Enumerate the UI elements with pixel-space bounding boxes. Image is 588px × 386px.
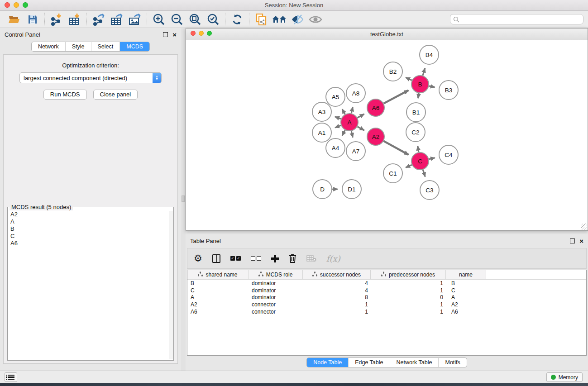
graph-node-A2[interactable]: A2 bbox=[367, 128, 384, 145]
eye-icon[interactable] bbox=[306, 12, 325, 27]
minimize-window-button[interactable] bbox=[14, 2, 19, 8]
graph-node-A4[interactable]: A4 bbox=[326, 138, 345, 157]
table-cell[interactable]: 1 bbox=[303, 301, 371, 308]
zoom-fit-icon[interactable] bbox=[186, 12, 204, 27]
column-header-name[interactable]: name bbox=[446, 270, 486, 279]
mcds-result-item[interactable]: A bbox=[10, 218, 169, 225]
table-cell[interactable]: connector bbox=[249, 309, 303, 315]
graph-edge-A-A1[interactable] bbox=[335, 125, 341, 128]
graph-edge-A-A2[interactable] bbox=[358, 127, 364, 130]
task-history-button[interactable] bbox=[5, 372, 17, 382]
resize-grip[interactable] bbox=[581, 224, 587, 230]
table-cell[interactable]: A2 bbox=[187, 301, 249, 308]
mcds-result-item[interactable]: B bbox=[10, 225, 169, 233]
graph-node-B2[interactable]: B2 bbox=[383, 62, 402, 81]
close-window-button[interactable] bbox=[5, 2, 10, 8]
table-cell[interactable]: A bbox=[187, 294, 249, 300]
divider-grip[interactable] bbox=[182, 195, 185, 202]
export-network-icon[interactable] bbox=[90, 12, 108, 27]
graph-node-D1[interactable]: D1 bbox=[342, 180, 361, 199]
table-cell[interactable]: A6 bbox=[187, 309, 249, 315]
graph-edge-B-B2[interactable] bbox=[406, 77, 412, 80]
table-row[interactable]: Adominator80A bbox=[187, 294, 586, 301]
zoom-out-icon[interactable] bbox=[168, 12, 186, 27]
graph-node-B3[interactable]: B3 bbox=[439, 81, 458, 100]
open-folder-icon[interactable] bbox=[5, 12, 24, 27]
close-panel-icon[interactable]: × bbox=[172, 32, 177, 37]
mcds-result-item[interactable]: A2 bbox=[10, 211, 169, 218]
graph-edge-C-C2[interactable] bbox=[418, 146, 419, 152]
graph-edge-B-B3[interactable] bbox=[429, 86, 435, 87]
trash-icon[interactable] bbox=[289, 252, 296, 265]
table-cell[interactable]: 1 bbox=[371, 287, 446, 294]
search-input[interactable] bbox=[461, 16, 583, 23]
eye-slash-icon[interactable] bbox=[288, 12, 306, 27]
graph-edge-A-A7[interactable] bbox=[351, 131, 353, 138]
graph-node-C3[interactable]: C3 bbox=[420, 181, 439, 200]
save-floppy-icon[interactable] bbox=[24, 12, 42, 27]
unchecked-boxes-icon[interactable] bbox=[251, 252, 261, 265]
column-header-successor-nodes[interactable]: successor nodes bbox=[303, 270, 371, 279]
graph-node-B4[interactable]: B4 bbox=[420, 45, 439, 64]
table-tab-motifs[interactable]: Motifs bbox=[438, 358, 466, 367]
table-row[interactable]: A6connector11A6 bbox=[187, 308, 586, 315]
graph-node-A3[interactable]: A3 bbox=[312, 102, 331, 121]
graph-edge-A2-C[interactable] bbox=[384, 141, 409, 155]
export-table-icon[interactable] bbox=[108, 12, 126, 27]
table-cell[interactable]: dominator bbox=[249, 287, 303, 294]
table-cell[interactable]: 1 bbox=[303, 309, 371, 315]
checked-boxes-icon[interactable]: ✓✓ bbox=[230, 252, 241, 265]
table-row[interactable]: Bdominator41B bbox=[187, 280, 586, 287]
search-field[interactable] bbox=[450, 14, 583, 24]
table-cell[interactable]: 4 bbox=[303, 287, 371, 294]
mcds-result-item[interactable]: A6 bbox=[10, 240, 169, 247]
import-table-icon[interactable] bbox=[66, 12, 84, 27]
table-cell[interactable]: B bbox=[446, 280, 486, 286]
refresh-icon[interactable] bbox=[228, 12, 246, 27]
graph-node-C1[interactable]: C1 bbox=[383, 164, 402, 183]
graph-edge-A-A8[interactable] bbox=[351, 107, 353, 113]
table-cell[interactable]: 1 bbox=[371, 301, 446, 308]
criterion-dropdown[interactable]: largest connected component (directed) ▲… bbox=[19, 72, 162, 83]
table-cell[interactable]: C bbox=[187, 287, 249, 294]
tab-select[interactable]: Select bbox=[91, 42, 120, 51]
table-cell[interactable]: 0 bbox=[371, 294, 446, 300]
graph-node-C4[interactable]: C4 bbox=[439, 145, 458, 164]
table-cell[interactable]: B bbox=[187, 280, 249, 286]
graph-edge-A-A3[interactable] bbox=[335, 117, 341, 119]
table-row[interactable]: Cdominator41C bbox=[187, 287, 586, 294]
import-network-icon[interactable] bbox=[48, 12, 66, 27]
table-float-icon[interactable] bbox=[570, 238, 575, 243]
graph-edge-A-A5[interactable] bbox=[342, 109, 345, 114]
graph-node-A[interactable]: A bbox=[341, 114, 358, 131]
table-cell[interactable]: A bbox=[446, 294, 486, 300]
table-cell[interactable]: dominator bbox=[249, 280, 303, 286]
zoom-in-icon[interactable] bbox=[150, 12, 168, 27]
zoom-window-button[interactable] bbox=[23, 2, 28, 8]
close-panel-button[interactable]: Close panel bbox=[93, 90, 138, 100]
table-cell[interactable]: connector bbox=[249, 301, 303, 308]
table-cell[interactable]: 8 bbox=[303, 294, 371, 300]
columns-icon[interactable] bbox=[212, 252, 220, 265]
documents-share-icon[interactable] bbox=[252, 12, 270, 27]
tab-mcds[interactable]: MCDS bbox=[120, 42, 149, 51]
table-row[interactable]: A2connector11A2 bbox=[187, 301, 586, 308]
gear-icon[interactable]: ⚙ bbox=[194, 252, 202, 265]
plus-icon[interactable] bbox=[271, 252, 279, 265]
graph-edge-C-C4[interactable] bbox=[429, 158, 435, 159]
network-zoom-button[interactable] bbox=[207, 31, 212, 36]
table-cell[interactable]: C bbox=[446, 287, 486, 294]
table-tab-network-table[interactable]: Network Table bbox=[390, 358, 439, 367]
network-canvas[interactable]: AA1A2A3A4A5A6A7A8BB1B2B3B4CC1C2C3C4DD1 bbox=[186, 40, 588, 230]
graph-edge-A-A6[interactable] bbox=[358, 114, 364, 118]
graph-edge-A-A4[interactable] bbox=[342, 130, 345, 136]
graph-edge-C-C1[interactable] bbox=[406, 165, 411, 167]
graph-node-C[interactable]: C bbox=[411, 152, 429, 170]
column-header-MCDS-role[interactable]: MCDS role bbox=[249, 270, 303, 279]
graph-node-D[interactable]: D bbox=[313, 180, 332, 199]
tab-style[interactable]: Style bbox=[65, 42, 91, 51]
zoom-selected-icon[interactable] bbox=[204, 12, 222, 27]
graph-node-B1[interactable]: B1 bbox=[406, 103, 425, 122]
graph-node-C2[interactable]: C2 bbox=[406, 123, 425, 142]
table-tab-edge-table[interactable]: Edge Table bbox=[348, 358, 389, 367]
